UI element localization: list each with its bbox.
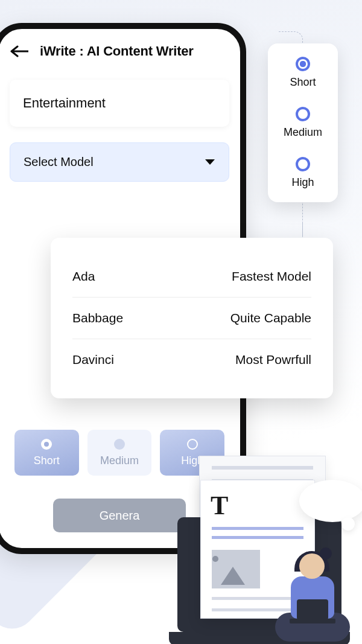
model-name: Ada bbox=[72, 269, 95, 284]
topic-value: Entertainment bbox=[23, 95, 106, 110]
side-radio-label: High bbox=[291, 176, 314, 189]
model-option-ada[interactable]: Ada Fastest Model bbox=[72, 256, 311, 298]
model-popover: Ada Fastest Model Babbage Quite Capable … bbox=[51, 238, 333, 398]
radio-icon bbox=[296, 57, 310, 71]
side-radio-label: Medium bbox=[284, 126, 322, 139]
select-model-dropdown[interactable]: Select Model bbox=[10, 142, 229, 182]
model-name: Babbage bbox=[72, 311, 123, 325]
side-radio-short[interactable]: Short bbox=[290, 57, 316, 89]
header-bar: iWrite : AI Content Writer bbox=[10, 43, 229, 59]
back-arrow-icon[interactable] bbox=[10, 44, 29, 59]
app-title: iWrite : AI Content Writer bbox=[40, 43, 194, 59]
length-side-panel: Short Medium High bbox=[268, 43, 338, 202]
length-chip-short[interactable]: Short bbox=[14, 430, 79, 476]
model-name: Davinci bbox=[72, 352, 114, 367]
generate-label: Genera bbox=[100, 509, 140, 522]
model-desc: Quite Capable bbox=[230, 311, 311, 325]
side-radio-high[interactable]: High bbox=[291, 157, 314, 189]
length-chip-medium[interactable]: Medium bbox=[87, 430, 152, 476]
thought-bubble-icon bbox=[299, 480, 362, 522]
side-radio-label: Short bbox=[290, 76, 316, 89]
model-option-babbage[interactable]: Babbage Quite Capable bbox=[72, 298, 311, 339]
illustration: T bbox=[157, 450, 362, 644]
radio-icon bbox=[296, 107, 310, 121]
model-option-davinci[interactable]: Davinci Most Powrfull bbox=[72, 339, 311, 380]
radio-dot-icon bbox=[187, 439, 198, 450]
side-radio-medium[interactable]: Medium bbox=[284, 107, 322, 139]
radio-dot-icon bbox=[41, 439, 52, 450]
topic-field[interactable]: Entertainment bbox=[10, 80, 229, 127]
model-desc: Most Powrfull bbox=[235, 352, 311, 367]
length-chip-label: Short bbox=[34, 454, 60, 467]
select-model-label: Select Model bbox=[24, 155, 94, 169]
chevron-down-icon bbox=[205, 159, 215, 166]
radio-icon bbox=[296, 157, 310, 171]
model-desc: Fastest Model bbox=[232, 269, 311, 284]
person-icon bbox=[264, 541, 355, 644]
radio-dot-icon bbox=[114, 439, 125, 450]
length-chip-label: Medium bbox=[100, 454, 139, 467]
